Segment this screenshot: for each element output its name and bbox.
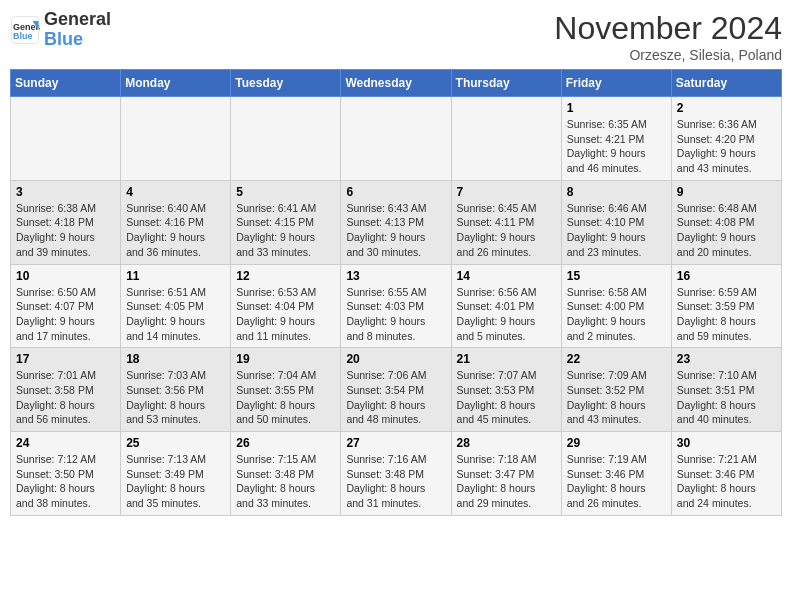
day-info: Sunrise: 7:04 AM Sunset: 3:55 PM Dayligh… [236, 368, 335, 427]
week-row-2: 3Sunrise: 6:38 AM Sunset: 4:18 PM Daylig… [11, 180, 782, 264]
day-number: 25 [126, 436, 225, 450]
day-number: 12 [236, 269, 335, 283]
day-number: 27 [346, 436, 445, 450]
day-number: 1 [567, 101, 666, 115]
calendar-cell: 21Sunrise: 7:07 AM Sunset: 3:53 PM Dayli… [451, 348, 561, 432]
svg-text:Blue: Blue [13, 31, 33, 41]
calendar-cell [231, 97, 341, 181]
day-number: 8 [567, 185, 666, 199]
day-info: Sunrise: 6:53 AM Sunset: 4:04 PM Dayligh… [236, 285, 335, 344]
day-info: Sunrise: 7:12 AM Sunset: 3:50 PM Dayligh… [16, 452, 115, 511]
calendar-cell: 4Sunrise: 6:40 AM Sunset: 4:16 PM Daylig… [121, 180, 231, 264]
title-block: November 2024 Orzesze, Silesia, Poland [554, 10, 782, 63]
day-header-thursday: Thursday [451, 70, 561, 97]
day-number: 23 [677, 352, 776, 366]
day-header-wednesday: Wednesday [341, 70, 451, 97]
calendar-cell: 30Sunrise: 7:21 AM Sunset: 3:46 PM Dayli… [671, 432, 781, 516]
day-header-saturday: Saturday [671, 70, 781, 97]
day-info: Sunrise: 6:35 AM Sunset: 4:21 PM Dayligh… [567, 117, 666, 176]
calendar-cell: 2Sunrise: 6:36 AM Sunset: 4:20 PM Daylig… [671, 97, 781, 181]
day-info: Sunrise: 6:51 AM Sunset: 4:05 PM Dayligh… [126, 285, 225, 344]
calendar-cell [451, 97, 561, 181]
month-title: November 2024 [554, 10, 782, 47]
calendar-cell [121, 97, 231, 181]
day-info: Sunrise: 6:48 AM Sunset: 4:08 PM Dayligh… [677, 201, 776, 260]
day-number: 28 [457, 436, 556, 450]
calendar-cell [341, 97, 451, 181]
calendar-cell: 24Sunrise: 7:12 AM Sunset: 3:50 PM Dayli… [11, 432, 121, 516]
calendar-cell: 6Sunrise: 6:43 AM Sunset: 4:13 PM Daylig… [341, 180, 451, 264]
day-number: 15 [567, 269, 666, 283]
calendar-cell: 19Sunrise: 7:04 AM Sunset: 3:55 PM Dayli… [231, 348, 341, 432]
calendar-cell [11, 97, 121, 181]
day-info: Sunrise: 6:59 AM Sunset: 3:59 PM Dayligh… [677, 285, 776, 344]
day-number: 7 [457, 185, 556, 199]
calendar-cell: 12Sunrise: 6:53 AM Sunset: 4:04 PM Dayli… [231, 264, 341, 348]
day-info: Sunrise: 6:43 AM Sunset: 4:13 PM Dayligh… [346, 201, 445, 260]
calendar-cell: 9Sunrise: 6:48 AM Sunset: 4:08 PM Daylig… [671, 180, 781, 264]
header-row: SundayMondayTuesdayWednesdayThursdayFrid… [11, 70, 782, 97]
location-subtitle: Orzesze, Silesia, Poland [554, 47, 782, 63]
day-number: 22 [567, 352, 666, 366]
calendar-body: 1Sunrise: 6:35 AM Sunset: 4:21 PM Daylig… [11, 97, 782, 516]
calendar-cell: 20Sunrise: 7:06 AM Sunset: 3:54 PM Dayli… [341, 348, 451, 432]
day-number: 2 [677, 101, 776, 115]
calendar-cell: 1Sunrise: 6:35 AM Sunset: 4:21 PM Daylig… [561, 97, 671, 181]
logo-text: General Blue [44, 10, 111, 50]
calendar-cell: 5Sunrise: 6:41 AM Sunset: 4:15 PM Daylig… [231, 180, 341, 264]
day-number: 9 [677, 185, 776, 199]
day-info: Sunrise: 6:56 AM Sunset: 4:01 PM Dayligh… [457, 285, 556, 344]
day-number: 29 [567, 436, 666, 450]
day-info: Sunrise: 7:13 AM Sunset: 3:49 PM Dayligh… [126, 452, 225, 511]
day-number: 21 [457, 352, 556, 366]
week-row-3: 10Sunrise: 6:50 AM Sunset: 4:07 PM Dayli… [11, 264, 782, 348]
week-row-1: 1Sunrise: 6:35 AM Sunset: 4:21 PM Daylig… [11, 97, 782, 181]
day-info: Sunrise: 6:58 AM Sunset: 4:00 PM Dayligh… [567, 285, 666, 344]
calendar-cell: 15Sunrise: 6:58 AM Sunset: 4:00 PM Dayli… [561, 264, 671, 348]
day-info: Sunrise: 7:21 AM Sunset: 3:46 PM Dayligh… [677, 452, 776, 511]
calendar-cell: 7Sunrise: 6:45 AM Sunset: 4:11 PM Daylig… [451, 180, 561, 264]
calendar-cell: 8Sunrise: 6:46 AM Sunset: 4:10 PM Daylig… [561, 180, 671, 264]
day-number: 5 [236, 185, 335, 199]
day-number: 13 [346, 269, 445, 283]
day-number: 20 [346, 352, 445, 366]
day-header-sunday: Sunday [11, 70, 121, 97]
calendar-cell: 18Sunrise: 7:03 AM Sunset: 3:56 PM Dayli… [121, 348, 231, 432]
day-number: 19 [236, 352, 335, 366]
day-info: Sunrise: 6:46 AM Sunset: 4:10 PM Dayligh… [567, 201, 666, 260]
calendar-cell: 14Sunrise: 6:56 AM Sunset: 4:01 PM Dayli… [451, 264, 561, 348]
day-info: Sunrise: 7:15 AM Sunset: 3:48 PM Dayligh… [236, 452, 335, 511]
calendar-cell: 11Sunrise: 6:51 AM Sunset: 4:05 PM Dayli… [121, 264, 231, 348]
day-number: 30 [677, 436, 776, 450]
calendar-cell: 23Sunrise: 7:10 AM Sunset: 3:51 PM Dayli… [671, 348, 781, 432]
day-info: Sunrise: 7:01 AM Sunset: 3:58 PM Dayligh… [16, 368, 115, 427]
calendar-cell: 3Sunrise: 6:38 AM Sunset: 4:18 PM Daylig… [11, 180, 121, 264]
logo: General Blue General Blue [10, 10, 111, 50]
day-info: Sunrise: 7:16 AM Sunset: 3:48 PM Dayligh… [346, 452, 445, 511]
day-number: 4 [126, 185, 225, 199]
day-info: Sunrise: 7:07 AM Sunset: 3:53 PM Dayligh… [457, 368, 556, 427]
page-header: General Blue General Blue November 2024 … [10, 10, 782, 63]
day-info: Sunrise: 6:40 AM Sunset: 4:16 PM Dayligh… [126, 201, 225, 260]
calendar-table: SundayMondayTuesdayWednesdayThursdayFrid… [10, 69, 782, 516]
day-number: 6 [346, 185, 445, 199]
calendar-cell: 17Sunrise: 7:01 AM Sunset: 3:58 PM Dayli… [11, 348, 121, 432]
day-header-monday: Monday [121, 70, 231, 97]
day-number: 26 [236, 436, 335, 450]
calendar-cell: 22Sunrise: 7:09 AM Sunset: 3:52 PM Dayli… [561, 348, 671, 432]
calendar-cell: 10Sunrise: 6:50 AM Sunset: 4:07 PM Dayli… [11, 264, 121, 348]
week-row-5: 24Sunrise: 7:12 AM Sunset: 3:50 PM Dayli… [11, 432, 782, 516]
day-info: Sunrise: 7:19 AM Sunset: 3:46 PM Dayligh… [567, 452, 666, 511]
logo-icon: General Blue [10, 15, 40, 45]
day-info: Sunrise: 6:50 AM Sunset: 4:07 PM Dayligh… [16, 285, 115, 344]
day-info: Sunrise: 7:06 AM Sunset: 3:54 PM Dayligh… [346, 368, 445, 427]
day-info: Sunrise: 6:55 AM Sunset: 4:03 PM Dayligh… [346, 285, 445, 344]
day-number: 10 [16, 269, 115, 283]
day-info: Sunrise: 7:03 AM Sunset: 3:56 PM Dayligh… [126, 368, 225, 427]
calendar-cell: 27Sunrise: 7:16 AM Sunset: 3:48 PM Dayli… [341, 432, 451, 516]
day-info: Sunrise: 6:41 AM Sunset: 4:15 PM Dayligh… [236, 201, 335, 260]
day-number: 11 [126, 269, 225, 283]
day-header-friday: Friday [561, 70, 671, 97]
day-number: 17 [16, 352, 115, 366]
day-info: Sunrise: 6:45 AM Sunset: 4:11 PM Dayligh… [457, 201, 556, 260]
